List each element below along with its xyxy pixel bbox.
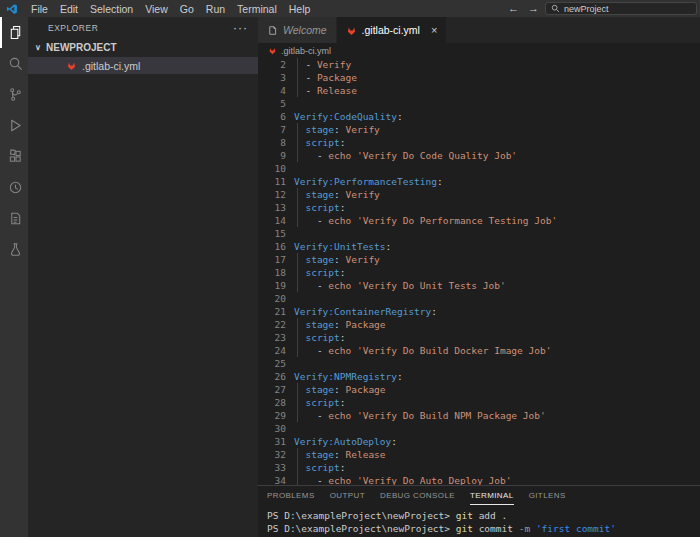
line-number: 21 [258, 305, 286, 318]
code-line[interactable]: 2 - Verify [258, 58, 700, 71]
code-line[interactable]: 15 [258, 227, 700, 240]
code-line[interactable]: 10 [258, 162, 700, 175]
activity-extensions[interactable] [0, 141, 28, 172]
code-line[interactable]: 11Verify:PerformanceTesting: [258, 175, 700, 188]
code-line[interactable]: 21Verify:ContainerRegistry: [258, 305, 700, 318]
run-debug-icon [8, 118, 23, 133]
code-line[interactable]: 14 - echo 'Verify Do Performance Testing… [258, 214, 700, 227]
activity-gitlens[interactable] [0, 172, 28, 203]
panel-tab-debug-console[interactable]: DEBUG CONSOLE [380, 486, 455, 505]
panel-tab-bar: PROBLEMSOUTPUTDEBUG CONSOLETERMINALGITLE… [258, 486, 700, 505]
menu-go[interactable]: Go [174, 0, 200, 17]
tab-welcome[interactable]: Welcome [258, 17, 337, 43]
menu-file[interactable]: File [25, 0, 54, 17]
menu-help[interactable]: Help [283, 0, 317, 17]
file-item-gitlab-ci-yml[interactable]: .gitlab-ci.yml [28, 57, 258, 74]
code-line[interactable]: 9 - echo 'Verify Do Code Quality Job' [258, 149, 700, 162]
line-number: 12 [258, 188, 286, 201]
menu-terminal[interactable]: Terminal [231, 0, 283, 17]
code-line[interactable]: 32 stage: Release [258, 448, 700, 461]
line-number: 13 [258, 201, 286, 214]
code-line[interactable]: 25 [258, 357, 700, 370]
tab-gitlab-ci-yml[interactable]: .gitlab-ci.yml× [337, 17, 448, 43]
code-line[interactable]: 19 - echo 'Verify Do Unit Tests Job' [258, 279, 700, 292]
activity-search[interactable] [0, 48, 28, 79]
explorer-title: EXPLORER [48, 23, 98, 33]
file-name: .gitlab-ci.yml [82, 60, 140, 72]
line-number: 22 [258, 318, 286, 331]
tab-bar: Welcome.gitlab-ci.yml× [258, 17, 700, 43]
extensions-icon [8, 149, 23, 164]
code-line[interactable]: 8 script: [258, 136, 700, 149]
editor-code-area[interactable]: 2 - Verify3 - Package4 - Release56Verify… [258, 58, 700, 485]
line-number: 7 [258, 123, 286, 136]
code-line[interactable]: 23 script: [258, 331, 700, 344]
terminal-content[interactable]: PS D:\exampleProject\newProject> git add… [258, 505, 700, 535]
line-number: 29 [258, 409, 286, 422]
breadcrumb[interactable]: .gitlab-ci.yml [258, 43, 700, 58]
indent-guide [297, 58, 298, 71]
code-line[interactable]: 26Verify:NPMRegistry: [258, 370, 700, 383]
activity-test[interactable] [0, 234, 28, 265]
nav-back-icon[interactable]: ← [505, 0, 522, 17]
indent-guide [297, 253, 298, 266]
breadcrumb-label: .gitlab-ci.yml [281, 46, 331, 56]
code-line[interactable]: 31Verify:AutoDeploy: [258, 435, 700, 448]
code-line[interactable]: 29 - echo 'Verify Do Build NPM Package J… [258, 409, 700, 422]
code-line[interactable]: 16Verify:UnitTests: [258, 240, 700, 253]
code-line[interactable]: 34 - echo 'Verify Do Auto Deploy Job' [258, 474, 700, 485]
indent-guide [297, 279, 298, 292]
line-number: 30 [258, 422, 286, 435]
activity-source-control[interactable] [0, 79, 28, 110]
code-line[interactable]: 30 [258, 422, 700, 435]
line-number: 14 [258, 214, 286, 227]
code-line[interactable]: 12 stage: Verify [258, 188, 700, 201]
activity-outline[interactable] [0, 203, 28, 234]
activity-explorer[interactable] [0, 17, 28, 48]
code-line[interactable]: 27 stage: Package [258, 383, 700, 396]
code-line[interactable]: 13 script: [258, 201, 700, 214]
line-number: 8 [258, 136, 286, 149]
code-line[interactable]: 5 [258, 97, 700, 110]
more-actions-icon[interactable]: ··· [233, 21, 248, 35]
panel-tab-problems[interactable]: PROBLEMS [267, 486, 315, 505]
sidebar-explorer: EXPLORER ··· ∨ NEWPROJECT .gitlab-ci.yml [28, 17, 258, 537]
code-line[interactable]: 22 stage: Package [258, 318, 700, 331]
gitlab-icon [66, 60, 77, 71]
code-line[interactable]: 4 - Release [258, 84, 700, 97]
search-input[interactable]: newProject [545, 2, 697, 15]
code-line[interactable]: 17 stage: Verify [258, 253, 700, 266]
test-icon [8, 242, 23, 257]
indent-guide [297, 383, 298, 396]
panel-tab-output[interactable]: OUTPUT [330, 486, 365, 505]
code-line[interactable]: 33 script: [258, 461, 700, 474]
indent-guide [297, 214, 298, 227]
menu-view[interactable]: View [139, 0, 174, 17]
indent-guide [297, 201, 298, 214]
code-line[interactable]: 24 - echo 'Verify Do Build Docker Image … [258, 344, 700, 357]
menu-selection[interactable]: Selection [84, 0, 139, 17]
line-number: 34 [258, 474, 286, 485]
tab-label: Welcome [283, 24, 327, 36]
code-line[interactable]: 3 - Package [258, 71, 700, 84]
line-number: 16 [258, 240, 286, 253]
code-line[interactable]: 18 script: [258, 266, 700, 279]
code-line[interactable]: 7 stage: Verify [258, 123, 700, 136]
panel-tab-gitlens[interactable]: GITLENS [529, 486, 566, 505]
panel-tab-terminal[interactable]: TERMINAL [470, 486, 514, 505]
line-number: 2 [258, 58, 286, 71]
chevron-down-icon: ∨ [32, 43, 44, 52]
menu-run[interactable]: Run [200, 0, 231, 17]
menu-edit[interactable]: Edit [54, 0, 84, 17]
nav-forward-icon[interactable]: → [525, 0, 542, 17]
code-line[interactable]: 20 [258, 292, 700, 305]
indent-guide [297, 448, 298, 461]
line-number: 33 [258, 461, 286, 474]
sidebar-section-newproject[interactable]: ∨ NEWPROJECT [28, 38, 258, 57]
gitlab-icon [346, 25, 357, 36]
explorer-header: EXPLORER ··· [28, 17, 258, 38]
close-tab-icon[interactable]: × [431, 25, 437, 36]
code-line[interactable]: 28 script: [258, 396, 700, 409]
activity-run-debug[interactable] [0, 110, 28, 141]
code-line[interactable]: 6Verify:CodeQuality: [258, 110, 700, 123]
